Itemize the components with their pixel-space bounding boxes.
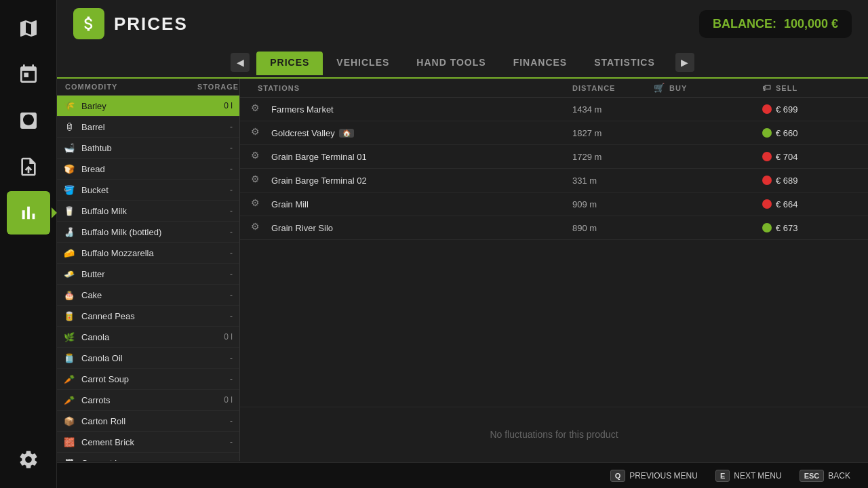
tabs: ◀ PRICES VEHICLES HAND TOOLS FINANCES ST… — [57, 47, 868, 79]
station-row[interactable]: ⚙ Farmers Market 1434 m € 699 — [240, 98, 868, 121]
prev-menu-label: PREVIOUS MENU — [629, 471, 698, 481]
col-commodity-label: COMMODITY — [65, 83, 197, 91]
commodity-storage: - — [212, 374, 233, 384]
col-storage-label: STORAGE — [197, 83, 231, 91]
commodity-row[interactable]: 🛢 Barrel - — [57, 117, 239, 138]
tab-vehicles[interactable]: VEHICLES — [323, 52, 403, 75]
prev-menu-btn[interactable]: Q PREVIOUS MENU — [604, 467, 705, 485]
station-sell: € 699 — [762, 104, 857, 115]
station-name-area: Grain Barge Terminal 02 — [271, 176, 572, 186]
sidebar-item-map[interactable] — [7, 7, 50, 50]
station-row[interactable]: ⚙ Grain Mill 909 m € 664 — [240, 192, 868, 216]
station-distance: 909 m — [572, 199, 654, 209]
commodity-row[interactable]: 🥛 Buffalo Milk - — [57, 201, 239, 222]
commodity-row[interactable]: 🧀 Buffalo Mozzarella - — [57, 243, 239, 264]
next-key-badge: E — [715, 470, 730, 482]
content-area: COMMODITY STORAGE 🌾 Barley 0 l 🛢 Barrel … — [57, 79, 868, 461]
commodity-row[interactable]: 🍞 Bread - — [57, 159, 239, 180]
next-menu-btn[interactable]: E NEXT MENU — [709, 467, 789, 485]
commodity-row[interactable]: 🫙 Canola Oil - — [57, 348, 239, 369]
commodity-name: Cement bags — [81, 458, 212, 462]
tab-next-arrow[interactable]: ▶ — [675, 53, 694, 72]
tab-prices[interactable]: PRICES — [256, 52, 323, 75]
station-type-icon: ⚙ — [251, 197, 264, 211]
page-title: PRICES — [114, 14, 188, 35]
commodity-name: Bread — [81, 164, 212, 174]
sell-indicator — [762, 104, 772, 114]
commodity-name: Bucket — [81, 185, 212, 195]
commodity-panel: COMMODITY STORAGE 🌾 Barley 0 l 🛢 Barrel … — [57, 79, 240, 461]
station-sell: € 704 — [762, 152, 857, 162]
commodity-row[interactable]: 🎂 Cake - — [57, 285, 239, 306]
commodity-storage: - — [212, 248, 233, 258]
sidebar-item-contracts[interactable] — [7, 145, 50, 188]
commodity-row[interactable]: 🍶 Buffalo Milk (bottled) - — [57, 222, 239, 243]
station-type-icon: ⚙ — [251, 102, 264, 116]
commodity-row[interactable]: 🌿 Canola 0 l — [57, 327, 239, 348]
commodity-storage: - — [212, 122, 233, 131]
station-name-area: Grain Mill — [271, 199, 572, 209]
commodity-row[interactable]: 🌾 Barley 0 l — [57, 96, 239, 117]
station-row[interactable]: ⚙ Grain Barge Terminal 02 331 m € 689 — [240, 169, 868, 192]
sidebar-item-prices[interactable] — [7, 191, 50, 235]
sidebar — [0, 0, 57, 488]
station-row[interactable]: ⚙ Goldcrest Valley 🏠 1827 m € 660 — [240, 121, 868, 145]
commodity-name: Buffalo Milk — [81, 206, 212, 216]
tab-finances[interactable]: FINANCES — [500, 52, 581, 75]
station-name: Goldcrest Valley — [271, 128, 335, 138]
station-badge: 🏠 — [339, 129, 354, 138]
station-distance: 1827 m — [572, 128, 654, 138]
sidebar-item-settings[interactable] — [7, 438, 50, 481]
commodity-row[interactable]: 🛁 Bathtub - — [57, 138, 239, 159]
tab-prev-arrow[interactable]: ◀ — [231, 53, 250, 72]
commodity-row[interactable]: 🧱 Cement Brick - — [57, 432, 239, 453]
commodity-name: Barrel — [81, 122, 212, 132]
commodity-icon: 🌿 — [62, 330, 76, 344]
commodity-icon: 🥕 — [62, 393, 76, 407]
commodity-list: 🌾 Barley 0 l 🛢 Barrel - 🛁 Bathtub - 🍞 Br… — [57, 96, 239, 461]
sidebar-item-calendar[interactable] — [7, 53, 50, 96]
commodity-name: Buffalo Mozzarella — [81, 248, 212, 258]
sell-price: € 699 — [776, 104, 798, 115]
commodity-name: Cement Brick — [81, 437, 212, 447]
commodity-row[interactable]: 🪣 Bucket - — [57, 180, 239, 201]
commodity-storage: - — [212, 437, 233, 447]
commodity-row[interactable]: 📦 Carton Roll - — [57, 411, 239, 432]
sell-price: € 664 — [776, 199, 798, 209]
commodity-icon: 🥕 — [62, 372, 76, 386]
stations-list: ⚙ Farmers Market 1434 m € 699 ⚙ Goldcres… — [240, 98, 868, 240]
commodity-icon: 🧱 — [62, 435, 76, 449]
sell-price: € 673 — [776, 223, 798, 233]
commodity-name: Canola — [81, 332, 212, 342]
commodity-row[interactable]: 🥕 Carrots 0 l — [57, 390, 239, 411]
station-distance: 1729 m — [572, 152, 654, 162]
balance-value: 100,000 € — [784, 17, 838, 30]
tab-statistics[interactable]: STATISTICS — [580, 52, 669, 75]
station-row[interactable]: ⚙ Grain Barge Terminal 01 1729 m € 704 — [240, 145, 868, 169]
commodity-row[interactable]: 🥫 Canned Peas - — [57, 306, 239, 327]
commodity-name: Butter — [81, 269, 212, 279]
station-row[interactable]: ⚙ Grain River Silo 890 m € 673 — [240, 216, 868, 240]
commodity-icon: 🛢 — [62, 120, 76, 134]
station-type-icon: ⚙ — [251, 150, 264, 163]
commodity-row[interactable]: 🧈 Butter - — [57, 264, 239, 285]
commodity-storage: - — [212, 206, 233, 216]
commodity-row[interactable]: 🥕 Carrot Soup - — [57, 369, 239, 390]
station-type-icon: ⚙ — [251, 126, 264, 140]
commodity-storage: 0 l — [212, 332, 233, 342]
station-name: Farmers Market — [271, 104, 334, 115]
stations-table: STATIONS DISTANCE 🛒 BUY 🏷 SELL ⚙ Farmers… — [240, 79, 868, 407]
back-btn[interactable]: ESC BACK — [793, 467, 857, 485]
tab-hand-tools[interactable]: HAND TOOLS — [403, 52, 499, 75]
sidebar-item-animals[interactable] — [7, 99, 50, 142]
station-type-icon: ⚙ — [251, 221, 264, 235]
station-sell: € 660 — [762, 128, 857, 138]
station-name-area: Farmers Market — [271, 104, 572, 115]
commodity-row[interactable]: 🏗 Cement bags - — [57, 453, 239, 461]
station-sell: € 689 — [762, 176, 857, 186]
commodity-name: Carrots — [81, 395, 212, 405]
bottom-bar: Q PREVIOUS MENU E NEXT MENU ESC BACK — [57, 462, 868, 488]
commodity-storage: - — [212, 458, 233, 461]
sell-indicator — [762, 199, 772, 209]
station-distance: 890 m — [572, 223, 654, 233]
